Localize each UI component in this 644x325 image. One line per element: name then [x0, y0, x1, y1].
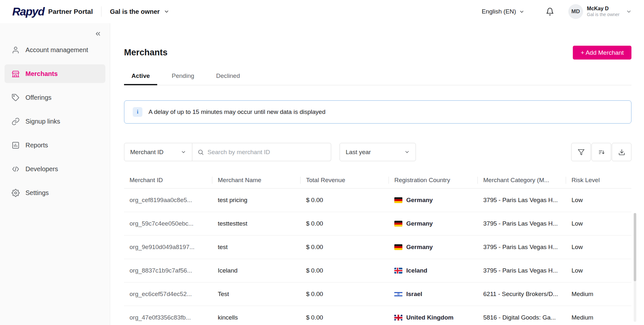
registration-country-cell: Iceland	[389, 267, 478, 274]
storefront-icon	[12, 70, 20, 78]
notifications-button[interactable]	[546, 7, 554, 16]
table-row[interactable]: org_8837c1b9c7af56... Iceland $ 0.00 Ice…	[124, 259, 631, 283]
flag-de-icon	[394, 197, 402, 203]
user-menu-chevron-icon[interactable]	[626, 9, 632, 14]
sidebar-item-offerings[interactable]: Offerings	[5, 88, 105, 107]
column-header-merchant-id[interactable]: Merchant ID	[124, 177, 212, 184]
merchant-id-cell: org_9e910d049a8197...	[124, 244, 212, 251]
filter-button[interactable]	[571, 143, 591, 161]
merchants-table: Merchant ID Merchant Name Total Revenue …	[124, 172, 631, 325]
body-row: Account management Merchants Offerings	[0, 23, 644, 325]
tab-declined[interactable]: Declined	[209, 72, 247, 85]
tab-pending[interactable]: Pending	[164, 72, 202, 85]
header-divider	[101, 6, 101, 17]
risk-level-cell: Medium	[566, 291, 631, 298]
add-merchant-button[interactable]: + Add Merchant	[573, 46, 631, 60]
sidebar-item-signup-links[interactable]: Signup links	[5, 112, 105, 131]
sidebar-item-merchants[interactable]: Merchants	[5, 64, 105, 83]
merchant-id-cell: org_47e0f3356c83fb...	[124, 314, 212, 321]
sidebar-item-label: Developers	[25, 165, 58, 173]
page-title: Merchants	[124, 48, 168, 58]
country-name: United Kingdom	[406, 314, 454, 321]
table-row[interactable]: org_59c7c4ee050ebc... testtesttest $ 0.0…	[124, 212, 631, 236]
table-row[interactable]: org_cef8199aa0c8e5... test pricing $ 0.0…	[124, 189, 631, 212]
search-input[interactable]	[207, 149, 326, 156]
user-meta: McKay D Gal is the owner	[587, 5, 620, 18]
sidebar-item-account-management[interactable]: Account management	[5, 41, 105, 59]
table-row[interactable]: org_9e910d049a8197... test $ 0.00 German…	[124, 236, 631, 259]
sidebar-nav: Account management Merchants Offerings	[0, 41, 110, 202]
merchant-category-cell: 3795 - Paris Las Vegas H...	[478, 244, 566, 251]
period-value: Last year	[346, 149, 371, 156]
sidebar-item-developers[interactable]: Developers	[5, 160, 105, 178]
column-header-merchant-name[interactable]: Merchant Name	[212, 177, 301, 184]
chevron-down-icon	[519, 9, 524, 14]
merchant-name-cell: Iceland	[212, 267, 301, 274]
sort-button[interactable]	[591, 143, 611, 161]
column-header-merchant-category[interactable]: Merchant Category (M...	[478, 177, 566, 184]
header-right: English (EN) MD McKay D Gal is the owner	[482, 4, 632, 19]
column-header-risk-level[interactable]: Risk Level	[566, 177, 631, 184]
merchant-id-cell: org_cef8199aa0c8e5...	[124, 197, 212, 204]
download-button[interactable]	[612, 143, 631, 161]
funnel-icon	[578, 149, 585, 156]
language-selector[interactable]: English (EN)	[482, 8, 524, 15]
total-revenue-cell: $ 0.00	[301, 220, 389, 227]
merchant-category-cell: 6211 - Security Brokers/D...	[478, 291, 566, 298]
country-name: Germany	[406, 220, 433, 227]
sidebar-collapse-button[interactable]	[94, 30, 101, 37]
table-row[interactable]: org_ec6cef57d4ec52... Test $ 0.00 Israel…	[124, 283, 631, 306]
link-icon	[12, 117, 20, 125]
scrollbar-thumb[interactable]	[634, 213, 636, 281]
merchant-name-cell: kincells	[212, 314, 301, 321]
avatar[interactable]: MD	[568, 4, 583, 19]
portal-title: Partner Portal	[48, 8, 93, 15]
bar-chart-icon	[12, 141, 20, 149]
registration-country-cell: Germany	[389, 220, 478, 227]
double-chevron-left-icon	[94, 30, 101, 37]
country-name: Germany	[406, 244, 433, 251]
tabs: Active Pending Declined	[124, 72, 631, 85]
merchant-id-cell: org_8837c1b9c7af56...	[124, 267, 212, 274]
sidebar-item-label: Merchants	[25, 70, 58, 78]
total-revenue-cell: $ 0.00	[301, 267, 389, 274]
sidebar: Account management Merchants Offerings	[0, 23, 110, 325]
top-bar: Rapyd Partner Portal Gal is the owner En…	[0, 0, 644, 23]
user-icon	[12, 46, 20, 54]
sidebar-item-settings[interactable]: Settings	[5, 183, 105, 202]
workspace-selector[interactable]: Gal is the owner	[110, 8, 169, 15]
table-body: org_cef8199aa0c8e5... test pricing $ 0.0…	[124, 189, 631, 325]
table-header: Merchant ID Merchant Name Total Revenue …	[124, 172, 631, 189]
total-revenue-cell: $ 0.00	[301, 197, 389, 204]
main-content: Merchants + Add Merchant Active Pending …	[110, 23, 644, 325]
gear-icon	[12, 189, 20, 197]
merchant-name-cell: Test	[212, 291, 301, 298]
code-icon	[12, 165, 20, 173]
country-name: Germany	[406, 197, 433, 204]
table-row[interactable]: org_47e0f3356c83fb... kincells $ 0.00 Un…	[124, 306, 631, 325]
column-header-registration-country[interactable]: Registration Country	[389, 177, 478, 184]
search-field-select[interactable]: Merchant ID	[124, 143, 192, 161]
risk-level-cell: Medium	[566, 314, 631, 321]
column-header-total-revenue[interactable]: Total Revenue	[301, 177, 389, 184]
user-role: Gal is the owner	[587, 12, 620, 18]
merchant-name-cell: test	[212, 244, 301, 251]
registration-country-cell: Germany	[389, 197, 478, 204]
table-scrollbar[interactable]	[634, 213, 636, 322]
bell-icon	[546, 7, 554, 16]
sidebar-item-reports[interactable]: Reports	[5, 136, 105, 154]
flag-gb-icon	[394, 315, 402, 320]
sidebar-item-label: Reports	[25, 142, 48, 149]
country-name: Israel	[406, 291, 422, 298]
search-field-value: Merchant ID	[130, 149, 163, 156]
period-select[interactable]: Last year	[340, 143, 416, 161]
delay-banner: i A delay of up to 15 minutes may occur …	[124, 100, 631, 124]
workspace-label: Gal is the owner	[110, 8, 159, 15]
merchant-name-cell: testtesttest	[212, 220, 301, 227]
user-name: McKay D	[587, 5, 620, 12]
risk-level-cell: Low	[566, 197, 631, 204]
risk-level-cell: Low	[566, 220, 631, 227]
merchant-category-cell: 3795 - Paris Las Vegas H...	[478, 220, 566, 227]
tab-active[interactable]: Active	[124, 72, 157, 85]
filter-row: Merchant ID Last year	[124, 143, 631, 161]
